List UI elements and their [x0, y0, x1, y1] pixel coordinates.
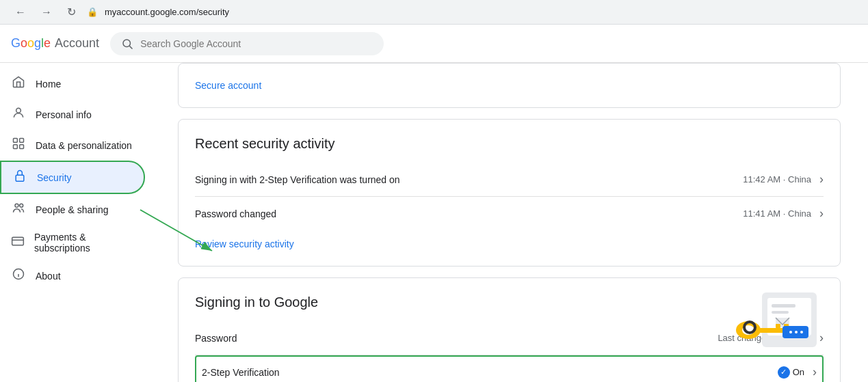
svg-point-29: [795, 331, 798, 333]
secure-account-link[interactable]: Secure account: [195, 80, 261, 91]
logo-g2: g: [34, 36, 41, 50]
sidebar-item-security[interactable]: Security: [0, 161, 145, 194]
logo-o2: o: [27, 36, 34, 50]
activity-detail-1: 11:42 AM · China: [743, 174, 811, 185]
sidebar-item-personal-info[interactable]: Personal info: [0, 99, 145, 130]
sidebar-label-personal-info: Personal info: [36, 109, 92, 120]
secure-account-card: Secure account: [178, 63, 841, 108]
sidebar-label-people: People & sharing: [36, 204, 109, 215]
refresh-button[interactable]: ↻: [63, 4, 80, 20]
chevron-2step: ›: [813, 365, 817, 379]
activity-text-2: Password changed: [195, 208, 743, 219]
sidebar-label-about: About: [36, 271, 61, 282]
activity-row-1[interactable]: Signing in with 2-Step Verification was …: [195, 163, 824, 197]
svg-point-0: [123, 40, 131, 47]
sidebar-label-data: Data & personalization: [36, 140, 132, 151]
svg-point-11: [20, 204, 23, 207]
svg-rect-20: [772, 311, 789, 314]
sidebar-label-payments: Payments & subscriptions: [34, 232, 134, 254]
lock-icon: 🔒: [87, 7, 98, 17]
chevron-icon-2: ›: [819, 206, 824, 221]
search-input[interactable]: [140, 38, 373, 49]
payments-icon: [11, 234, 25, 251]
main-content: Secure account Recent security activity …: [150, 63, 868, 382]
logo-g: G: [11, 36, 21, 50]
recent-activity-title: Recent security activity: [195, 136, 824, 152]
svg-point-4: [16, 108, 21, 113]
signing-illustration: [714, 289, 824, 351]
svg-rect-6: [20, 139, 24, 143]
2step-row[interactable]: 2-Step Verification ✓ On ›: [195, 355, 824, 382]
activity-detail-2: 11:41 AM · China: [743, 208, 811, 219]
sidebar-item-about[interactable]: About: [0, 260, 145, 291]
sidebar-item-payments[interactable]: Payments & subscriptions: [0, 225, 145, 260]
google-account-logo: Google Account: [11, 36, 99, 51]
logo-o1: o: [21, 36, 27, 50]
svg-line-1: [130, 46, 133, 49]
data-icon: [11, 137, 26, 154]
svg-point-10: [15, 204, 18, 207]
person-icon: [11, 106, 26, 123]
sidebar: Home Personal info Data & personalizatio…: [0, 63, 150, 382]
svg-point-28: [789, 331, 792, 333]
2step-label: 2-Step Verification: [202, 367, 778, 378]
home-icon: [11, 75, 26, 92]
browser-bar: ← → ↻ 🔒 myaccount.google.com/security: [0, 0, 868, 25]
topbar: Google Account: [0, 25, 868, 63]
recent-activity-card: Recent security activity Signing in with…: [178, 119, 841, 267]
back-button[interactable]: ←: [11, 5, 30, 20]
sidebar-item-people-sharing[interactable]: People & sharing: [0, 194, 145, 225]
url-bar[interactable]: myaccount.google.com/security: [105, 7, 229, 17]
chevron-icon-1: ›: [819, 172, 824, 187]
svg-rect-9: [16, 175, 24, 181]
svg-rect-19: [772, 304, 795, 308]
sidebar-item-data-personalization[interactable]: Data & personalization: [0, 130, 145, 161]
svg-rect-7: [14, 145, 18, 149]
on-label: On: [793, 367, 804, 377]
search-bar[interactable]: [110, 32, 384, 55]
info-icon: [11, 267, 26, 284]
key-illustration-svg: [714, 289, 824, 351]
svg-rect-5: [14, 139, 18, 143]
on-dot: ✓: [778, 366, 790, 379]
activity-text-1: Signing in with 2-Step Verification was …: [195, 174, 743, 185]
forward-button[interactable]: →: [37, 5, 56, 20]
on-badge: ✓ On: [778, 366, 804, 379]
svg-rect-25: [776, 324, 780, 328]
svg-rect-12: [12, 237, 24, 245]
people-icon: [11, 201, 26, 218]
signing-in-card: Signing in to Google: [178, 277, 841, 382]
svg-point-30: [800, 331, 803, 333]
lock-icon: [12, 169, 27, 186]
sidebar-label-security: Security: [37, 172, 72, 183]
logo-e: e: [44, 36, 51, 50]
activity-row-2[interactable]: Password changed 11:41 AM · China ›: [195, 197, 824, 230]
main-layout: Home Personal info Data & personalizatio…: [0, 63, 868, 382]
password-label: Password: [195, 333, 718, 344]
account-label: Account: [55, 36, 99, 51]
sidebar-item-home[interactable]: Home: [0, 68, 145, 99]
search-icon: [121, 38, 133, 50]
sidebar-label-home: Home: [36, 79, 61, 90]
review-security-link[interactable]: Review security activity: [195, 238, 294, 249]
svg-rect-8: [20, 145, 24, 149]
